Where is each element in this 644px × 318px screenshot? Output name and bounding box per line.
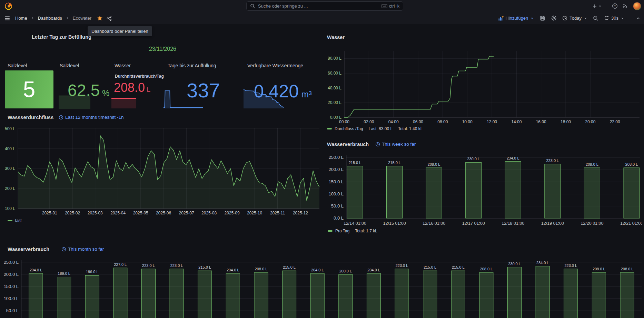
svg-text:208.0 L: 208.0 L (586, 162, 598, 166)
bar-chart-week[interactable]: 250.0 L200.0 L150.0 L100.0 L50.0 L0.0 L2… (325, 152, 642, 229)
svg-text:204.0 L: 204.0 L (311, 268, 324, 272)
favorite-star-icon[interactable] (97, 15, 103, 21)
svg-text:150.0 L: 150.0 L (329, 179, 344, 184)
svg-text:200.0 L: 200.0 L (329, 167, 344, 172)
svg-text:223.0 L: 223.0 L (546, 158, 559, 163)
panel-link-timeshift[interactable]: Last 12 months timeshift -1h (59, 115, 124, 120)
rss-icon (623, 3, 628, 9)
new-plus-button[interactable] (592, 3, 602, 9)
breadcrumb-home[interactable]: Home (15, 16, 27, 21)
dashboard-toolbar: Home Dashboards Ecowater Hinzufügen (0, 12, 644, 24)
add-panel-button[interactable]: Hinzufügen (498, 16, 534, 21)
svg-text:50.0 L: 50.0 L (6, 308, 19, 313)
svg-text:204.0 L: 204.0 L (227, 268, 239, 272)
panel-title-wasser-chart[interactable]: Wasser (327, 35, 345, 40)
svg-text:230.0 L: 230.0 L (508, 262, 521, 266)
search-icon (250, 3, 255, 9)
svg-text:200.0 L: 200.0 L (4, 272, 19, 277)
search-bar[interactable]: Suche oder springe zu ... ctrl+k (246, 1, 403, 11)
clock-icon (59, 115, 63, 120)
collapse-toolbar-button[interactable] (636, 16, 641, 21)
stat-value-salzlevel-box: 5 (5, 70, 53, 108)
svg-text:2025-10: 2025-10 (247, 211, 262, 215)
chevron-down-icon (598, 4, 602, 8)
time-range-picker[interactable]: Today (562, 16, 587, 21)
grafana-dashboard: Suche oder springe zu ... ctrl+k ? (0, 0, 644, 318)
svg-text:208.0 L: 208.0 L (428, 162, 440, 166)
stat-title-tage[interactable]: Tage bis zur Auffüllung (168, 63, 216, 68)
stat-value-wasser: 208.0 L (114, 80, 150, 95)
svg-text:2025-04: 2025-04 (110, 211, 126, 215)
refresh-picker[interactable]: 30s (604, 16, 624, 21)
svg-text:200.0 L: 200.0 L (339, 269, 352, 273)
stat-subtitle-wasser: Durchnittsverbrauch/Tag (115, 74, 164, 79)
svg-text:215.0 L: 215.0 L (424, 265, 436, 269)
stat-sparkline (59, 96, 90, 109)
chevron-down-icon (584, 16, 587, 20)
line-chart-wasserdurchfluss[interactable]: 500 L400 L300 L200 L100 L2025-012025-022… (3, 124, 323, 215)
svg-text:12/19 01:00: 12/19 01:00 (541, 221, 564, 226)
panel-link-this-week[interactable]: This week so far (375, 142, 416, 147)
svg-text:223.0 L: 223.0 L (564, 263, 577, 268)
stat-title-salzlevel-box[interactable]: Salzlevel (8, 63, 27, 68)
panel-title-wasserdurchfluss[interactable]: Wassserdurchfluss (8, 115, 53, 120)
dashboard-settings-button[interactable] (551, 15, 557, 21)
menu-hamburger-icon[interactable] (4, 15, 10, 21)
panel-title-last-fill[interactable]: Letzter Tag zur Befüllung (32, 34, 91, 40)
last-fill-date-value: 23/11/2026 (3, 46, 323, 52)
svg-text:204.0 L: 204.0 L (367, 268, 380, 272)
step-chart-wasser[interactable]: 80.00 L60.00 L40.00 L20.00 L0.00 L00:000… (325, 48, 642, 126)
svg-text:204.0 L: 204.0 L (30, 268, 42, 272)
chart-legend[interactable]: Durchfluss /Tag Last: 83.00 L Total: 1.4… (327, 126, 423, 131)
clock-icon (61, 247, 66, 252)
clock-icon (375, 142, 380, 147)
svg-text:234.0 L: 234.0 L (507, 156, 519, 160)
svg-text:100.0 L: 100.0 L (4, 296, 19, 301)
svg-text:250.0 L: 250.0 L (4, 260, 19, 265)
refresh-icon (604, 16, 609, 21)
breadcrumb-dashboards[interactable]: Dashboards (38, 16, 62, 21)
svg-text:2025-07: 2025-07 (179, 211, 194, 215)
svg-text:208.0 L: 208.0 L (625, 162, 638, 166)
share-icon[interactable] (106, 16, 112, 21)
zoom-out-time-button[interactable] (593, 16, 598, 21)
svg-text:189.0 L: 189.0 L (58, 271, 70, 276)
stat-sparkline (164, 90, 203, 108)
top-navigation-bar: Suche oder springe zu ... ctrl+k ? (0, 0, 644, 12)
plus-icon (592, 3, 597, 9)
user-avatar[interactable] (633, 2, 641, 10)
svg-text:2025-01: 2025-01 (42, 211, 57, 215)
svg-text:12/20 01:00: 12/20 01:00 (581, 221, 603, 226)
svg-text:12/14 01:00: 12/14 01:00 (344, 221, 366, 226)
svg-text:208.0 L: 208.0 L (621, 267, 634, 271)
svg-text:06:00: 06:00 (413, 119, 423, 124)
panel-title-wasserverbrauch-month[interactable]: Wasserverbrauch (8, 247, 49, 252)
svg-text:196.0 L: 196.0 L (86, 270, 99, 274)
svg-text:208.0 L: 208.0 L (480, 267, 493, 271)
zoom-out-icon (593, 16, 598, 21)
grafana-logo-icon[interactable] (4, 2, 13, 10)
svg-text:16:00: 16:00 (536, 119, 546, 124)
chart-legend[interactable]: Pro Tag Total: 1.7 kL (328, 229, 377, 233)
chart-legend[interactable]: last (8, 218, 22, 223)
chevron-down-icon (530, 16, 534, 20)
svg-text:215.0 L: 215.0 L (349, 161, 361, 165)
svg-text:200 L: 200 L (5, 186, 15, 191)
stat-title-salzlevel-pct[interactable]: Salzlevel (60, 63, 79, 68)
svg-text:22:00: 22:00 (610, 119, 620, 124)
stat-title-wassermenge[interactable]: Verfügbare Wassermenge (247, 63, 303, 68)
help-button[interactable]: ? (612, 3, 618, 9)
panel-title-wasserverbrauch-week[interactable]: Wasserverbrauch (327, 142, 369, 147)
svg-text:2025-06: 2025-06 (156, 211, 171, 215)
svg-text:40.00 L: 40.00 L (328, 86, 341, 90)
bar-chart-month[interactable]: 250.0 L200.0 L150.0 L100.0 L50.0 L204.0 … (3, 257, 643, 318)
search-placeholder: Suche oder springe zu ... (258, 3, 379, 9)
svg-text:215.0 L: 215.0 L (283, 265, 296, 269)
chevron-right-icon (66, 16, 69, 20)
svg-text:223.0 L: 223.0 L (170, 263, 183, 268)
gear-icon (551, 15, 557, 21)
news-rss-button[interactable] (623, 3, 628, 9)
panel-link-this-month[interactable]: This month so far (61, 247, 104, 252)
save-dashboard-button[interactable] (539, 15, 545, 21)
stat-title-wasser[interactable]: Wasser (115, 63, 131, 68)
